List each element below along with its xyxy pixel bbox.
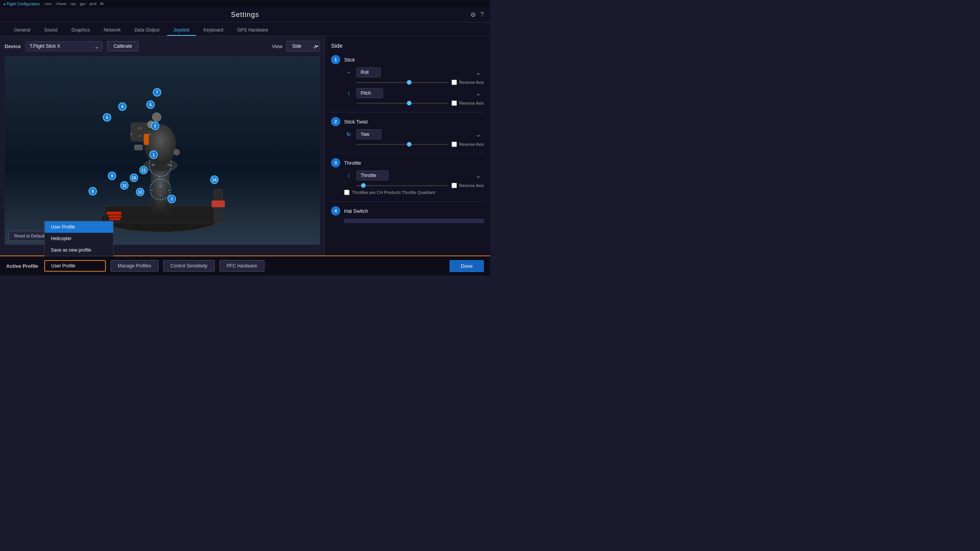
svg-text:↷: ↷ bbox=[167, 163, 171, 168]
svg-text:‹: ‹ bbox=[151, 187, 153, 193]
roll-reverse-row: Reverse Axis bbox=[452, 80, 484, 85]
yaw-dropdown-wrapper[interactable]: Yaw bbox=[356, 129, 484, 139]
svg-text:›: › bbox=[168, 187, 170, 193]
throttle-dropdown[interactable]: Throttle bbox=[356, 170, 388, 180]
hat-switch-bar bbox=[344, 219, 484, 223]
throttle-reverse-row: Reverse Axis bbox=[452, 183, 484, 188]
profile-option-user[interactable]: User Profile bbox=[45, 221, 113, 233]
yaw-slider-row: Reverse Axis bbox=[344, 142, 484, 147]
svg-text:˅: ˅ bbox=[159, 194, 162, 200]
metric-3: cpu bbox=[70, 2, 76, 6]
yaw-axis-row: ↻ Yaw bbox=[344, 129, 484, 139]
back-label: Flight Configuration bbox=[7, 2, 40, 6]
pitch-dropdown-wrapper[interactable]: Pitch bbox=[356, 88, 484, 98]
pitch-slider[interactable] bbox=[356, 103, 448, 104]
metric-6: flit bbox=[100, 2, 104, 6]
top-bar: ◂ Flight Configuration t:acc t:frame cpu… bbox=[0, 0, 490, 8]
profile-option-save-new[interactable]: Save as new profile bbox=[45, 244, 113, 256]
joystick-area: z ↶ ↷ xy ‹ › ˅ 8D ‹ › ˅ bbox=[5, 56, 320, 245]
device-select-wrapper[interactable]: T.Flight Stick X bbox=[25, 41, 102, 51]
done-button[interactable]: Done bbox=[450, 260, 484, 272]
badge-6: 6 bbox=[146, 100, 155, 109]
stick-twist-num: 2 bbox=[331, 117, 340, 126]
throttle-dropdown-wrapper[interactable]: Throttle bbox=[356, 170, 484, 180]
tab-data-output[interactable]: Data Output bbox=[128, 25, 166, 36]
view-row: View Side bbox=[272, 41, 320, 52]
pitch-reverse-row: Reverse Axis bbox=[452, 100, 484, 106]
ch-products-row: Throttles are CH Products Throttle Quadr… bbox=[344, 190, 484, 195]
side-panel-title: Side bbox=[331, 42, 484, 49]
device-label: Device bbox=[5, 43, 21, 49]
roll-dropdown-wrapper[interactable]: Roll bbox=[356, 67, 484, 77]
roll-slider[interactable] bbox=[356, 82, 448, 83]
title-bar: Settings ⚙ ? bbox=[0, 8, 490, 22]
settings-panel: Side 1 Stick ↔ Roll bbox=[324, 36, 490, 255]
hat-switch-title: Hat Switch bbox=[344, 208, 368, 214]
equalizer-icon[interactable]: ⚙ bbox=[470, 11, 476, 18]
svg-rect-27 bbox=[144, 134, 149, 145]
tab-general[interactable]: General bbox=[8, 25, 37, 36]
stick-twist-header: 2 Stick Twist bbox=[331, 117, 484, 126]
help-icon[interactable]: ? bbox=[480, 11, 484, 18]
device-select[interactable]: T.Flight Stick X bbox=[25, 41, 102, 51]
bottom-bar: Active Profile User Profile User Profile… bbox=[0, 255, 490, 276]
divider-1 bbox=[331, 112, 484, 112]
manage-profiles-button[interactable]: Manage Profiles bbox=[110, 260, 159, 272]
control-sensitivity-button[interactable]: Control Sensitivity bbox=[163, 260, 215, 272]
divider-3 bbox=[331, 201, 484, 202]
svg-point-14 bbox=[145, 125, 176, 165]
view-select[interactable]: Side bbox=[286, 41, 320, 52]
stick-twist-title: Stick Twist bbox=[344, 119, 368, 125]
yaw-slider[interactable] bbox=[356, 144, 448, 145]
ch-products-checkbox[interactable] bbox=[344, 190, 350, 195]
roll-dropdown[interactable]: Roll bbox=[356, 67, 381, 77]
throttle-reverse-label: Reverse Axis bbox=[459, 183, 484, 188]
back-button[interactable]: ◂ Flight Configuration bbox=[3, 2, 40, 6]
yaw-reverse-checkbox[interactable] bbox=[452, 142, 457, 147]
throttle-reverse-checkbox[interactable] bbox=[452, 183, 457, 188]
active-profile-label: Active Profile bbox=[6, 263, 38, 269]
badge-3: 3 bbox=[167, 195, 176, 203]
badge-8: 8 bbox=[89, 187, 97, 195]
svg-rect-2 bbox=[107, 212, 122, 215]
throttle-axis-icon: ↕ bbox=[344, 172, 353, 179]
pitch-dropdown[interactable]: Pitch bbox=[356, 88, 383, 98]
throttle-slider-row: Reverse Axis bbox=[344, 183, 484, 188]
stick-twist-section: 2 Stick Twist ↻ Yaw Reverse Axis bbox=[331, 117, 484, 147]
roll-reverse-label: Reverse Axis bbox=[459, 80, 484, 85]
pitch-slider-row: Reverse Axis bbox=[344, 100, 484, 106]
tab-network[interactable]: Network bbox=[97, 25, 127, 36]
tab-sound[interactable]: Sound bbox=[38, 25, 64, 36]
profile-dropdown-button[interactable]: User Profile bbox=[44, 260, 106, 272]
metrics-bar: t:acc t:frame cpu gpu grnd flit bbox=[45, 2, 104, 6]
pfc-hardware-button[interactable]: PFC Hardware bbox=[219, 260, 264, 272]
calibrate-button[interactable]: Calibrate bbox=[107, 41, 139, 51]
metric-5: grnd bbox=[89, 2, 96, 6]
badge-4: 4 bbox=[118, 102, 127, 111]
tab-joystick[interactable]: Joystick bbox=[167, 25, 196, 36]
roll-reverse-checkbox[interactable] bbox=[452, 80, 457, 85]
tab-gps-hardware[interactable]: GPS Hardware bbox=[231, 25, 274, 36]
svg-point-25 bbox=[152, 113, 161, 122]
stick-header: 1 Stick bbox=[331, 55, 484, 64]
yaw-reverse-label: Reverse Axis bbox=[459, 142, 484, 147]
svg-point-29 bbox=[174, 149, 179, 155]
badge-1: 1 bbox=[149, 150, 158, 159]
throttle-section: 3 Throttle ↕ Throttle Reverse Axis bbox=[331, 158, 484, 195]
view-select-wrapper[interactable]: Side bbox=[286, 41, 320, 52]
svg-text:˅: ˅ bbox=[139, 135, 141, 140]
svg-text:xy: xy bbox=[159, 185, 162, 188]
yaw-reverse-row: Reverse Axis bbox=[452, 142, 484, 147]
yaw-dropdown[interactable]: Yaw bbox=[356, 129, 381, 139]
badge-5: 5 bbox=[103, 113, 111, 122]
svg-text:8D: 8D bbox=[138, 126, 142, 130]
tab-keyboard[interactable]: Keyboard bbox=[197, 25, 229, 36]
pitch-reverse-checkbox[interactable] bbox=[452, 100, 457, 106]
throttle-slider[interactable] bbox=[356, 185, 448, 186]
tab-graphics[interactable]: Graphics bbox=[65, 25, 96, 36]
divider-2 bbox=[331, 153, 484, 154]
metric-1: t:acc bbox=[45, 2, 52, 6]
profile-dropdown-container[interactable]: User Profile User Profile Helicopter Sav… bbox=[44, 260, 106, 272]
hat-switch-section: 4 Hat Switch bbox=[331, 206, 484, 223]
profile-option-helicopter[interactable]: Helicopter bbox=[45, 233, 113, 244]
